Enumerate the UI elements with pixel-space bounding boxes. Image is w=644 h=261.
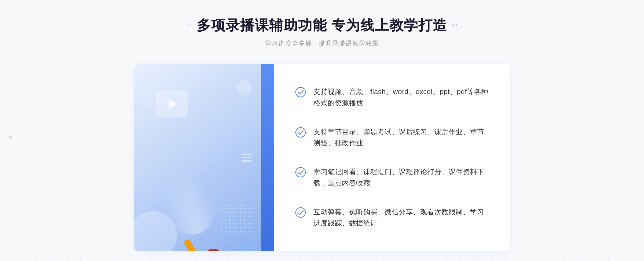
svg-point-2 — [296, 167, 305, 177]
left-arrow-decoration: » — [8, 132, 13, 141]
check-icon-4 — [295, 207, 306, 218]
stripe-line-3 — [241, 160, 252, 162]
person-hair — [207, 249, 220, 251]
feature-text-2: 支持章节目录、弹题考试、课后练习、课后作业、章节测验、批改作业 — [313, 126, 488, 149]
feature-item-3: 学习笔记回看、课程提问、课程评论打分、课件资料下载，重点内容收藏 — [295, 160, 488, 195]
feature-item-4: 互动弹幕、试听购买、微信分享、观看次数限制、学习进度跟踪、数据统计 — [295, 200, 488, 235]
left-illustration-panel — [134, 64, 274, 251]
title-row: ∷ 多项录播课辅助功能 专为线上教学打造 ∷ — [187, 16, 457, 35]
stripe-decoration — [241, 154, 252, 162]
right-panel: 支持视频、音频、flash、word、excel、ppt、pdf等各种格式的资源… — [274, 64, 510, 251]
chevron-right-icon: » — [8, 132, 13, 141]
stripe-line-1 — [241, 154, 252, 155]
content-area: 支持视频、音频、flash、word、excel、ppt、pdf等各种格式的资源… — [134, 64, 510, 251]
stripe-line-2 — [241, 157, 252, 158]
check-icon-3 — [295, 167, 306, 178]
check-icon-2 — [295, 127, 306, 138]
svg-point-1 — [296, 128, 305, 137]
blue-side-bar — [261, 64, 274, 251]
check-icon-1 — [295, 87, 306, 98]
feature-text-1: 支持视频、音频、flash、word、excel、ppt、pdf等各种格式的资源… — [313, 86, 488, 109]
svg-point-0 — [296, 87, 305, 97]
feature-text-4: 互动弹幕、试听购买、微信分享、观看次数限制、学习进度跟踪、数据统计 — [313, 207, 488, 229]
decoration-dots-right: ∷ — [453, 21, 457, 30]
header-section: ∷ 多项录播课辅助功能 专为线上教学打造 ∷ 学习进度全掌握，提升录播课教学效果 — [187, 16, 457, 48]
decoration-dots-left: ∷ — [187, 21, 191, 30]
feature-item-2: 支持章节目录、弹题考试、课后练习、课后作业、章节测验、批改作业 — [295, 120, 488, 155]
feature-text-3: 学习笔记回看、课程提问、课程评论打分、课件资料下载，重点内容收藏 — [313, 166, 488, 189]
play-triangle-icon — [169, 99, 177, 109]
circle-decoration-small — [236, 80, 252, 96]
feature-item-1: 支持视频、音频、flash、word、excel、ppt、pdf等各种格式的资源… — [295, 80, 488, 115]
svg-point-3 — [296, 208, 305, 217]
main-title: 多项录播课辅助功能 专为线上教学打造 — [197, 16, 447, 35]
sub-title: 学习进度全掌握，提升录播课教学效果 — [187, 39, 457, 48]
page-wrapper: » ∷ 多项录播课辅助功能 专为线上教学打造 ∷ 学习进度全掌握，提升录播课教学… — [0, 0, 644, 261]
person-illustration — [166, 112, 241, 251]
person-arm-raised — [183, 238, 206, 251]
